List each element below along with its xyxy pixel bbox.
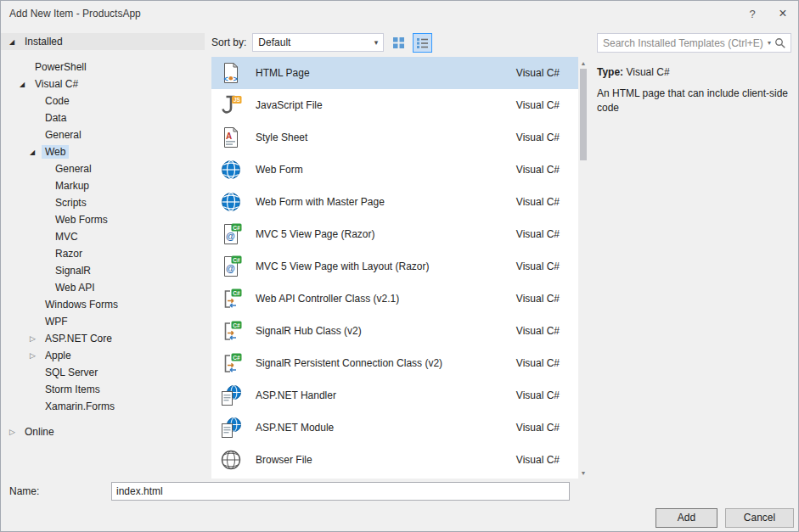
tree-item-label: ASP.NET Core xyxy=(42,332,115,345)
svg-text:C#: C# xyxy=(233,355,240,361)
template-item-javascript-file[interactable]: JSJavaScript FileVisual C# xyxy=(211,89,578,121)
template-language: Visual C# xyxy=(516,422,560,434)
template-item-web-form-with-master-page[interactable]: Web Form with Master PageVisual C# xyxy=(211,186,578,218)
template-item-asp-net-handler[interactable]: ASP.NET HandlerVisual C# xyxy=(211,379,578,412)
collapse-arrow-icon[interactable]: ◢ xyxy=(30,148,42,156)
expand-arrow-icon[interactable]: ▷ xyxy=(9,428,21,436)
template-item-signalr-hub-class-v2[interactable]: C#SignalR Hub Class (v2)Visual C# xyxy=(211,315,578,347)
close-button[interactable]: × xyxy=(768,1,798,26)
scroll-down-icon[interactable]: ▼ xyxy=(578,467,588,479)
tree-item-web[interactable]: ◢Web xyxy=(1,143,205,160)
template-item-mvc-5-view-page-with-layout-razor[interactable]: @C#MVC 5 View Page with Layout (Razor)Vi… xyxy=(211,250,578,283)
tree-item-label: SQL Server xyxy=(42,366,101,379)
tree-item-razor[interactable]: Razor xyxy=(1,245,205,262)
template-name: Web Form xyxy=(256,164,516,176)
name-input[interactable] xyxy=(111,482,570,501)
sort-by-label: Sort by: xyxy=(211,36,246,48)
template-item-web-form[interactable]: Web FormVisual C# xyxy=(211,154,578,186)
tree-item-data[interactable]: Data xyxy=(1,109,205,126)
tree-item-signalr[interactable]: SignalR xyxy=(1,262,205,279)
aspnet-handler-icon xyxy=(220,384,242,406)
list-view-button[interactable] xyxy=(414,34,431,52)
svg-text:C#: C# xyxy=(233,290,240,296)
template-name: JavaScript File xyxy=(256,99,516,111)
html-page-icon: <> xyxy=(220,62,242,84)
tree-item-installed[interactable]: ◢Installed xyxy=(1,33,205,50)
tree-item-label: Online xyxy=(21,425,58,439)
tree-item-online[interactable]: ▷Online xyxy=(1,423,205,440)
template-name: SignalR Persistent Connection Class (v2) xyxy=(256,357,516,369)
window-title: Add New Item - ProductsApp xyxy=(9,8,141,20)
scrollbar-track[interactable] xyxy=(578,69,588,467)
add-new-item-dialog: Add New Item - ProductsApp ? × ◢Installe… xyxy=(0,0,799,532)
search-dropdown-icon[interactable]: ▾ xyxy=(766,39,774,47)
tree-item-mvc[interactable]: MVC xyxy=(1,228,205,245)
tree-item-visual-c[interactable]: ◢Visual C# xyxy=(1,76,205,92)
tree-item-general[interactable]: General xyxy=(1,126,205,143)
web-api-class-icon: C# xyxy=(220,288,242,310)
template-item-html-page[interactable]: <>HTML PageVisual C# xyxy=(211,57,578,89)
tree-item-label: Visual C# xyxy=(31,77,82,91)
javascript-file-icon: JS xyxy=(220,94,242,116)
template-language: Visual C# xyxy=(516,164,560,176)
tree-item-asp-net-core[interactable]: ▷ASP.NET Core xyxy=(1,330,205,347)
expand-arrow-icon[interactable]: ▷ xyxy=(30,351,42,360)
scroll-up-icon[interactable]: ▲ xyxy=(578,57,588,69)
template-list-scrollbar[interactable]: ▲ ▼ xyxy=(578,57,588,479)
medium-icons-view-button[interactable] xyxy=(390,34,408,52)
tree-item-apple[interactable]: ▷Apple xyxy=(1,347,205,364)
sort-dropdown-value: Default xyxy=(258,36,290,48)
template-item-mvc-5-view-page-razor[interactable]: @C#MVC 5 View Page (Razor)Visual C# xyxy=(211,218,578,250)
tree-item-xamarin-forms[interactable]: Xamarin.Forms xyxy=(1,398,205,415)
tree-item-general[interactable]: General xyxy=(1,160,205,177)
type-label: Type: xyxy=(597,66,623,78)
signalr-hub-class-icon: C# xyxy=(220,320,242,342)
template-language: Visual C# xyxy=(516,67,560,79)
template-language: Visual C# xyxy=(516,228,560,240)
search-input[interactable] xyxy=(603,37,766,49)
tree-item-wpf[interactable]: WPF xyxy=(1,313,205,330)
help-button[interactable]: ? xyxy=(737,1,768,26)
template-language: Visual C# xyxy=(516,196,560,208)
tree-item-storm-items[interactable]: Storm Items xyxy=(1,381,205,398)
expand-arrow-icon[interactable]: ▷ xyxy=(30,334,42,343)
template-name: Web Form with Master Page xyxy=(256,196,516,208)
tree-item-web-forms[interactable]: Web Forms xyxy=(1,211,205,228)
tree-item-scripts[interactable]: Scripts xyxy=(1,194,205,211)
template-item-signalr-persistent-connection-class-v2[interactable]: C#SignalR Persistent Connection Class (v… xyxy=(211,347,578,379)
collapse-arrow-icon[interactable]: ◢ xyxy=(20,81,31,88)
tree-item-code[interactable]: Code xyxy=(1,92,205,109)
tree-item-label: General xyxy=(42,128,85,142)
template-item-style-sheet[interactable]: AStyle SheetVisual C# xyxy=(211,121,578,154)
scrollbar-thumb[interactable] xyxy=(580,69,587,160)
tree-item-markup[interactable]: Markup xyxy=(1,177,205,194)
tree-item-powershell[interactable]: PowerShell xyxy=(1,59,205,76)
collapse-arrow-icon[interactable]: ◢ xyxy=(9,38,21,46)
type-value: Visual C# xyxy=(626,66,669,78)
web-form-master-icon xyxy=(220,191,242,213)
tree-item-label: PowerShell xyxy=(31,60,90,74)
medium-icons-view-icon xyxy=(392,36,405,49)
aspnet-module-icon xyxy=(220,417,242,439)
template-item-web-api-controller-class-v2-1[interactable]: C#Web API Controller Class (v2.1)Visual … xyxy=(211,283,578,315)
tree-item-label: Xamarin.Forms xyxy=(42,400,118,413)
template-name: MVC 5 View Page (Razor) xyxy=(256,228,516,240)
tree-item-web-api[interactable]: Web API xyxy=(1,279,205,296)
svg-text:A: A xyxy=(226,132,232,141)
template-item-browser-file[interactable]: Browser FileVisual C# xyxy=(211,444,578,476)
sort-dropdown[interactable]: Default ▾ xyxy=(252,33,384,52)
search-icon[interactable] xyxy=(774,37,786,49)
tree-item-sql-server[interactable]: SQL Server xyxy=(1,364,205,381)
tree-item-windows-forms[interactable]: Windows Forms xyxy=(1,296,205,313)
template-language: Visual C# xyxy=(516,293,560,305)
tree-item-label: Apple xyxy=(42,349,75,362)
cancel-button[interactable]: Cancel xyxy=(725,508,794,528)
dropdown-arrow-icon: ▾ xyxy=(374,38,384,47)
template-item-asp-net-module[interactable]: ASP.NET ModuleVisual C# xyxy=(211,412,578,444)
template-language: Visual C# xyxy=(516,132,560,143)
name-label: Name: xyxy=(9,485,111,497)
web-form-icon xyxy=(220,159,242,181)
template-type-row: Type: Visual C# xyxy=(597,66,791,78)
tree-item-label: Installed xyxy=(21,35,66,48)
add-button[interactable]: Add xyxy=(656,508,717,528)
